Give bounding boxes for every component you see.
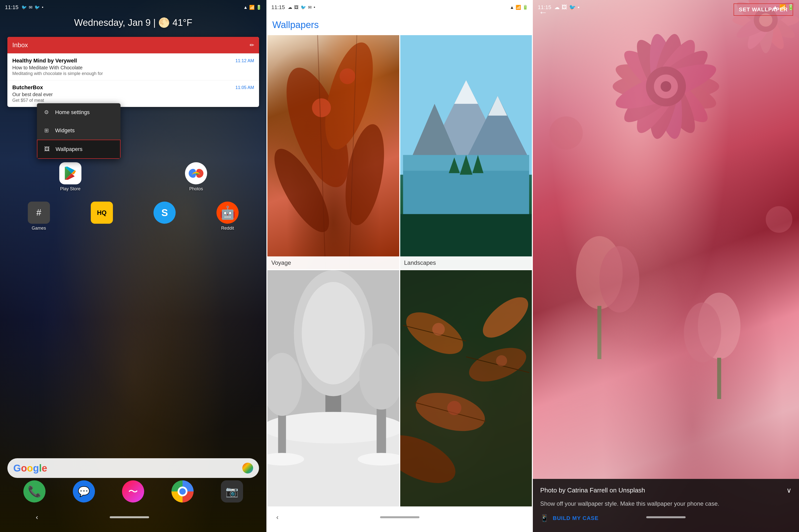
home-status-right: ▲ 📶 🔋 xyxy=(243,5,261,10)
widgets-icon: ⊞ xyxy=(43,127,50,134)
svg-point-43 xyxy=(447,401,461,415)
wallpapers-home-indicator[interactable] xyxy=(380,516,420,518)
svg-point-4 xyxy=(312,98,331,117)
search-bar[interactable]: Google xyxy=(7,458,259,478)
preview-nav-back-button[interactable]: ‹ xyxy=(543,513,545,521)
context-menu: ⚙ Home settings ⊞ Widgets 🖼 Wallpapers xyxy=(37,103,120,159)
preview-chevron-icon[interactable]: ∨ xyxy=(786,486,792,494)
wifi-icon-w: ▲ xyxy=(510,5,514,10)
soundcloud-icon: ☁ xyxy=(288,5,292,10)
photos-label: Photos xyxy=(189,186,203,191)
play-store-label: Play Store xyxy=(60,186,80,191)
shazam-icon: S xyxy=(153,202,175,224)
leaves-bg xyxy=(400,270,532,507)
svg-point-68 xyxy=(684,303,721,362)
inbox-email-2[interactable]: ButcherBox 11:05 AM Our best deal ever G… xyxy=(7,80,259,107)
inbox-email-1[interactable]: Healthy Mind by Verywell 11:12 AM How to… xyxy=(7,53,259,80)
wallpapers-status-bar: 11:15 ☁ 🖼 🐦 ✉ • ▲ 📶 🔋 xyxy=(266,0,533,15)
svg-rect-69 xyxy=(717,358,721,399)
app-row-1: Play Store Photos xyxy=(0,162,266,191)
chrome-dock-icon xyxy=(171,480,193,502)
svg-point-23 xyxy=(302,282,365,384)
preview-soundcloud-icon: ☁ xyxy=(554,4,560,11)
battery-icon: 🔋 xyxy=(256,5,261,10)
twitter-icon-1: 🐦 xyxy=(21,5,27,10)
winter-thumb[interactable] xyxy=(267,270,399,507)
inbox-edit-icon[interactable]: ✏ xyxy=(250,42,254,49)
home-back-button[interactable]: ‹ xyxy=(36,513,38,521)
wallpapers-status-time: 11:15 xyxy=(271,4,285,11)
phone-dock-icon: 📞 xyxy=(23,480,45,502)
inbox-sender-1: Healthy Mind by Verywell xyxy=(12,58,77,64)
svg-point-65 xyxy=(599,246,639,313)
spiral-dock-app[interactable]: 〜 xyxy=(122,480,144,502)
reddit-app[interactable]: 🤖 Reddit xyxy=(217,202,239,231)
wallpapers-status-icons: ☁ 🖼 🐦 ✉ • xyxy=(288,5,315,10)
twitter-icon-w: 🐦 xyxy=(301,5,306,10)
signal-icon: 📶 xyxy=(249,5,255,10)
context-menu-home-settings[interactable]: ⚙ Home settings xyxy=(37,103,120,121)
home-settings-label: Home settings xyxy=(55,109,90,116)
preview-photo-credit: Photo by Catrina Farrell on Unsplash xyxy=(540,487,645,494)
context-menu-wallpapers[interactable]: 🖼 Wallpapers xyxy=(37,140,120,159)
phone-dock-app[interactable]: 📞 xyxy=(23,480,45,502)
hq-app[interactable]: HQ xyxy=(91,202,113,226)
google-mic-button[interactable] xyxy=(242,463,253,474)
preview-dot-icon: • xyxy=(578,4,580,11)
photos-app[interactable]: Photos xyxy=(185,162,207,191)
image-icon: 🖼 xyxy=(294,5,299,10)
inbox-preview-2: Get $57 of meat xyxy=(12,98,254,103)
twitter-icon-2: 🐦 xyxy=(34,5,40,10)
preview-status-time: 11:15 xyxy=(538,4,551,11)
photos-icon xyxy=(185,162,207,184)
google-g-logo: Google xyxy=(13,463,47,474)
games-label: Games xyxy=(32,226,46,231)
battery-icon-w: 🔋 xyxy=(522,5,528,10)
set-wallpaper-button[interactable]: SET WALLPAPER xyxy=(733,3,793,16)
chrome-dock-app[interactable] xyxy=(171,480,193,502)
dot-icon: • xyxy=(42,5,43,10)
home-nav-bar: ‹ xyxy=(0,508,266,532)
wallpapers-grid: Voyage xyxy=(266,32,533,508)
camera-dock-app[interactable]: 📷 xyxy=(221,480,243,502)
inbox-subject-1: How to Meditate With Chocolate xyxy=(12,65,254,71)
home-indicator[interactable] xyxy=(110,516,149,518)
play-store-icon xyxy=(59,162,81,184)
voyage-bg xyxy=(267,33,399,269)
inbox-preview-1: Meditating with chocolate is simple enou… xyxy=(12,71,254,76)
preview-background xyxy=(533,0,799,532)
voyage-thumb[interactable]: Voyage xyxy=(267,33,399,269)
messages-dock-icon: 💬 xyxy=(73,480,95,502)
games-app[interactable]: # Games xyxy=(28,202,50,231)
wallpapers-screen: 11:15 ☁ 🖼 🐦 ✉ • ▲ 📶 🔋 Wallpapers xyxy=(266,0,533,532)
camera-dock-icon: 📷 xyxy=(221,480,243,502)
svg-point-41 xyxy=(432,323,445,336)
play-store-app[interactable]: Play Store xyxy=(59,162,81,191)
spiral-dock-icon: 〜 xyxy=(122,480,144,502)
svg-point-5 xyxy=(339,68,355,84)
wallpapers-status-right: ▲ 📶 🔋 xyxy=(510,5,528,10)
shazam-app[interactable]: S xyxy=(153,202,175,226)
home-screen: 11:15 🐦 ✉ 🐦 • ▲ 📶 🔋 Wednesday, Jan 9 | 🌕… xyxy=(0,0,266,532)
wallpapers-title: Wallpapers xyxy=(266,15,533,35)
svg-point-42 xyxy=(496,355,507,366)
leaves-thumb[interactable] xyxy=(400,270,532,507)
landscapes-thumb[interactable]: Landscapes xyxy=(400,33,532,269)
inbox-sender-2: ButcherBox xyxy=(12,84,43,91)
reddit-icon: 🤖 xyxy=(217,202,239,224)
messages-dock-app[interactable]: 💬 xyxy=(73,480,95,502)
wallpapers-back-button[interactable]: ‹ xyxy=(276,513,278,521)
mail-icon-w: ✉ xyxy=(308,5,312,10)
wallpapers-nav-bar: ‹ xyxy=(266,508,533,532)
mail-icon: ✉ xyxy=(29,5,33,10)
preview-home-indicator[interactable] xyxy=(646,516,686,518)
winter-bg xyxy=(267,270,399,507)
games-icon: # xyxy=(28,202,50,224)
dot-icon-w: • xyxy=(314,5,315,10)
home-dock: 📞 💬 〜 📷 xyxy=(0,480,266,502)
inbox-time-2: 11:05 AM xyxy=(236,85,254,90)
inbox-title: Inbox xyxy=(12,41,28,49)
context-menu-widgets[interactable]: ⊞ Widgets xyxy=(37,121,120,140)
inbox-time-1: 11:12 AM xyxy=(236,58,254,63)
preview-nav-bar: ‹ xyxy=(533,508,799,532)
